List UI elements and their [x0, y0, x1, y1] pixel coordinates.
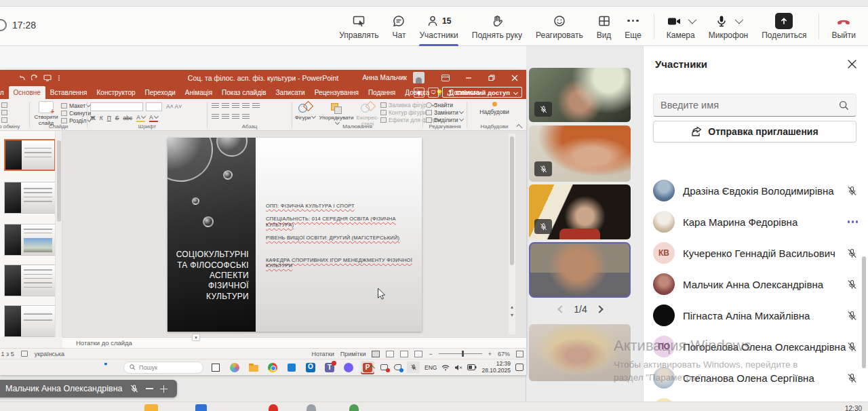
redo-icon [31, 75, 38, 81]
volume-muted-icon [454, 364, 462, 371]
outlook-icon [304, 361, 317, 374]
participant-row[interactable]: Мальчик Анна Олександрівна [644, 269, 868, 300]
pager-next-icon[interactable] [595, 305, 603, 313]
taskbar-clock: 12:3928.10.2025 [481, 361, 511, 374]
mic-off-icon [846, 310, 858, 321]
video-tile[interactable] [529, 184, 631, 239]
participant-row[interactable]: Дразіна Євдокія Володимирівна [644, 175, 868, 206]
mic-off-badge-icon [534, 219, 552, 234]
more-options-icon[interactable] [848, 220, 859, 223]
taskbar-icon [269, 404, 278, 411]
participants-button[interactable]: 15 Участники [412, 7, 465, 46]
fit-slide-icon [516, 351, 524, 357]
pager-prev-icon[interactable] [558, 305, 566, 313]
taskbar-icon [349, 404, 359, 411]
font-name-box [90, 102, 143, 111]
tray-mic-muted-icon [407, 361, 420, 373]
viber-icon [342, 361, 355, 374]
manage-button[interactable]: Управлять [332, 7, 385, 46]
zoom-in-icon [488, 351, 492, 357]
chrome-icon [266, 361, 279, 374]
comments-toggle: Примітки [340, 351, 366, 357]
taskbar-icon [195, 404, 207, 411]
action-center-icon [515, 364, 524, 371]
close-panel-icon[interactable] [847, 59, 857, 69]
video-tile[interactable] [529, 125, 631, 182]
video-tile[interactable] [529, 324, 631, 381]
slideshow-view-icon [414, 351, 422, 357]
presenter-name: Мальчик Анна Олександрівна [5, 384, 123, 393]
leave-button[interactable]: Выйти [825, 7, 863, 46]
raise-hand-button[interactable]: Поднять руку [465, 7, 529, 46]
presence-icon: ◆ [414, 87, 425, 98]
tab-file: Файл [0, 86, 9, 99]
start-button-icon [103, 361, 115, 374]
meeting-timer-text: 17:28 [12, 20, 36, 31]
participant-row[interactable]: КВ Кучеренко Геннадій Васильович [644, 237, 868, 269]
ppt-body: СОЦІОКУЛЬТУРНІ ТА ФІЛОСОФСЬКІ АСПЕКТИ ФІ… [0, 131, 526, 337]
more-label: Еще [625, 31, 641, 40]
view-grid-icon [597, 14, 611, 28]
invite-button[interactable]: Отправка приглашения [653, 121, 856, 142]
participant-name: Мальчик Анна Олександрівна [683, 279, 846, 290]
video-tile[interactable] [529, 68, 631, 122]
share-screen-icon [775, 13, 793, 29]
mic-label: Микрофон [709, 31, 748, 40]
zoom-out-pill-icon[interactable] [146, 388, 153, 389]
slides-group: Створити слайд Макет Скинути Розділ Слай… [30, 99, 87, 130]
bold-button: Ж [90, 115, 96, 121]
chat-button[interactable]: Чат [385, 7, 412, 46]
search-icon [130, 364, 136, 370]
camera-chevron-icon[interactable] [688, 16, 697, 24]
mic-chevron-icon[interactable] [735, 16, 744, 24]
slide-sorter-icon [386, 351, 394, 357]
participants-count-badge: 15 [442, 16, 451, 26]
language-indicator: українська [35, 351, 64, 357]
powerpoint-window: Соц. та філос. асп. фіз. культури - Powe… [0, 70, 526, 375]
video-tile-active-speaker[interactable] [529, 242, 631, 298]
host-taskbar: 12:30 [0, 402, 868, 411]
participant-name: Кучеренко Геннадій Васильович [683, 248, 846, 259]
share-button[interactable]: Поделиться [755, 7, 813, 46]
participant-row[interactable]: Кара Марина Федорівна [644, 206, 868, 237]
tray-app-icon [393, 363, 402, 372]
search-input[interactable] [660, 100, 839, 111]
participant-search[interactable] [653, 94, 856, 117]
close-icon [503, 70, 526, 85]
search-icon [839, 100, 849, 111]
slide-area-scrollbar: ▲ ▼ [509, 134, 515, 334]
recording-icon [380, 363, 389, 372]
participants-scrollbar[interactable] [862, 256, 866, 368]
ppt-status-bar: Слайд 1 з 5 українська Нотатки Примітки … [0, 348, 526, 359]
mic-off-icon [846, 341, 858, 353]
react-button[interactable]: Реагировать [529, 7, 590, 46]
participant-row[interactable]: Степанова Олена Сергіївна [644, 362, 868, 393]
slide-counter: Слайд 1 з 5 [0, 351, 14, 357]
participant-row[interactable]: Пігнаста Аліна Михайлівна [644, 300, 868, 331]
normal-view-icon [372, 351, 380, 357]
view-button[interactable]: Вид [590, 7, 618, 46]
participant-row[interactable]: ПО Погорелова Олена Олександрівна [644, 331, 868, 362]
invite-label: Отправка приглашения [708, 126, 818, 137]
underline-button: П [107, 115, 111, 121]
reading-view-icon [400, 351, 408, 357]
more-button[interactable]: Еще [618, 7, 648, 46]
addins-group: Надбудови Надбудови [467, 99, 521, 130]
timer-icon [0, 19, 7, 31]
participant-name: Степанова Олена Сергіївна [683, 372, 846, 384]
zoom-slider [439, 353, 482, 354]
ribbon-display-icon [434, 70, 457, 85]
mic-button[interactable]: Микрофон [702, 7, 755, 46]
zoom-in-pill-icon[interactable] [160, 385, 167, 393]
view-label: Вид [597, 31, 612, 40]
taskbar-icon [144, 404, 158, 411]
minimize-icon [457, 70, 480, 85]
taskbar-search: Пошук [123, 361, 203, 374]
shared-screen-stage[interactable]: Соц. та філос. асп. фіз. культури - Powe… [0, 46, 526, 402]
tab-animations: Анімація [180, 86, 217, 99]
camera-icon [667, 14, 682, 28]
presenter-name-pill[interactable]: Мальчик Анна Олександрівна [0, 380, 177, 397]
ppt-ribbon: Буфер обміну Створити слайд Макет Скинут… [0, 99, 526, 131]
camera-button[interactable]: Камера [660, 7, 702, 46]
strike-button: S [115, 115, 119, 121]
